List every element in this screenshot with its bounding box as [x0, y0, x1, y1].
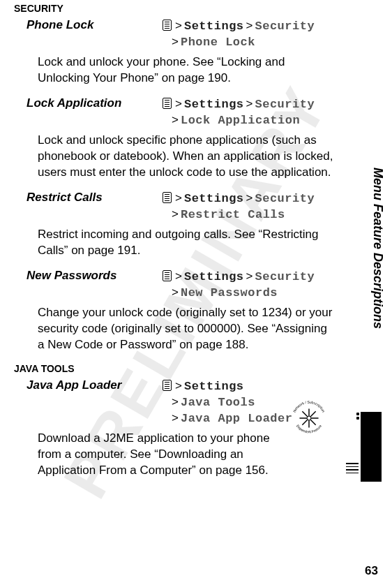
menu-key-icon — [163, 270, 172, 281]
item-new-passwords: New Passwords >Settings>Security >New Pa… — [14, 269, 343, 353]
item-description: Lock and unlock specific phone applicati… — [14, 133, 343, 181]
side-tab-icon — [361, 412, 382, 482]
item-description: Restrict incoming and outgoing calls. Se… — [14, 227, 343, 259]
item-title: New Passwords — [14, 269, 163, 283]
item-path: >Settings>Security >Phone Lock — [163, 18, 315, 50]
network-dependent-badge-icon: Network / Subscription Dependent Feature — [289, 398, 329, 438]
item-restrict-calls: Restrict Calls >Settings>Security >Restr… — [14, 191, 343, 259]
section-heading-security: SECURITY — [14, 3, 343, 14]
item-lock-application: Lock Application >Settings>Security >Loc… — [14, 96, 343, 181]
page-number: 63 — [365, 564, 378, 578]
side-chapter-title: Menu Feature Descriptions — [370, 168, 385, 329]
menu-key-icon — [163, 192, 172, 203]
section-heading-java-tools: JAVA TOOLS — [14, 363, 343, 374]
item-path: >Settings>Security >Lock Application — [163, 96, 315, 128]
item-title: Lock Application — [14, 96, 163, 110]
item-path: >Settings>Security >New Passwords — [163, 269, 315, 301]
item-title: Restrict Calls — [14, 191, 163, 205]
menu-key-icon — [163, 380, 172, 391]
item-title: Java App Loader — [14, 378, 163, 392]
item-description: Change your unlock code (originally set … — [14, 305, 343, 353]
menu-key-icon — [163, 98, 172, 109]
menu-key-icon — [163, 20, 172, 31]
svg-point-3 — [307, 416, 311, 420]
item-description: Lock and unlock your phone. See “Locking… — [14, 54, 343, 87]
side-dots-icon — [346, 463, 359, 475]
item-phone-lock: Phone Lock >Settings>Security >Phone Loc… — [14, 18, 343, 87]
item-title: Phone Lock — [14, 18, 163, 32]
item-path: >Settings>Security >Restrict Calls — [163, 191, 315, 223]
item-path: >Settings >Java Tools >Java App Loader — [163, 378, 292, 427]
